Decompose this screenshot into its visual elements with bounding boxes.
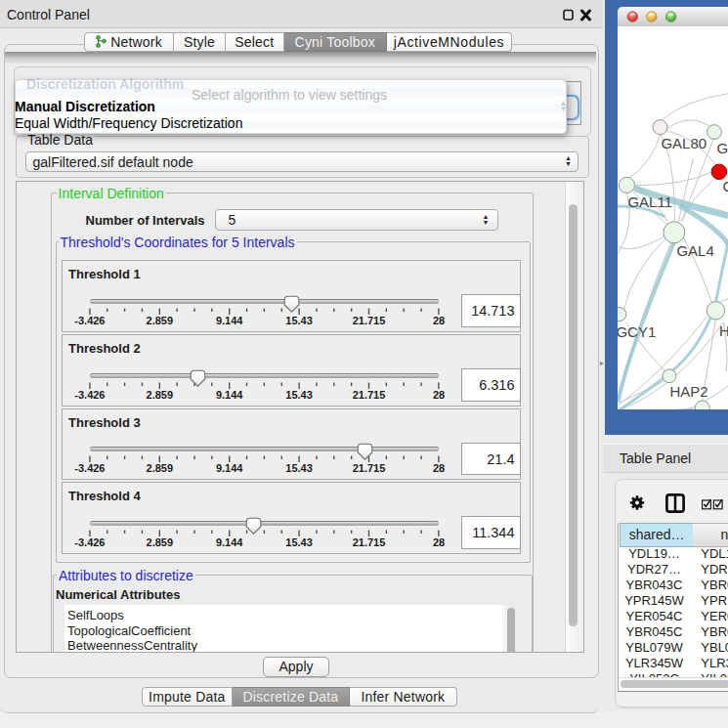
svg-text:GAL80: GAL80 <box>661 135 707 151</box>
svg-text:GAL4: GAL4 <box>676 242 713 259</box>
svg-text:GA: GA <box>716 140 728 156</box>
svg-text:H: H <box>718 322 727 339</box>
svg-text:GCY1: GCY1 <box>618 323 656 340</box>
svg-text:HAP2: HAP2 <box>669 383 707 400</box>
svg-text:GAL11: GAL11 <box>627 193 672 210</box>
svg-text:C: C <box>722 178 728 194</box>
